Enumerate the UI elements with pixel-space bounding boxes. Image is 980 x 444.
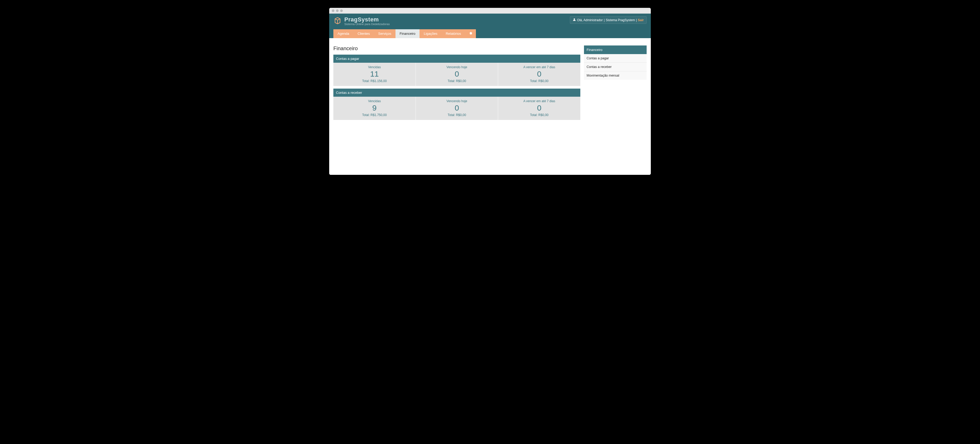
- stat-value: 0: [417, 70, 497, 78]
- sidebar: Financeiro Contas a pagar Contas a receb…: [584, 45, 647, 80]
- panel-header: Contas a pagar: [333, 54, 580, 63]
- stat-a-vencer-7-dias[interactable]: A vencer em até 7 dias 0 Total: R$0,00: [498, 63, 580, 86]
- stat-a-vencer-7-dias[interactable]: A vencer em até 7 dias 0 Total: R$0,00: [498, 97, 580, 120]
- stat-vencendo-hoje[interactable]: Vencendo hoje 0 Total: R$0,00: [416, 63, 498, 86]
- greeting-text: Olá, Administrador: [577, 18, 603, 22]
- window-dot: [336, 10, 339, 12]
- stat-total: Total: R$0,00: [499, 79, 579, 83]
- panel-contas-a-pagar: Contas a pagar Vencidas 11 Total: R$1.15…: [333, 54, 580, 86]
- brand-name: PragSystem: [344, 16, 390, 23]
- brand-tagline: Sistema Online para Dedetizadoras: [344, 22, 390, 26]
- stat-value: 9: [334, 104, 415, 112]
- stat-value: 11: [334, 70, 415, 78]
- stat-label: Vencendo hoje: [417, 99, 497, 103]
- logo-icon: [333, 17, 342, 25]
- browser-window: Olá, Administrador | Sistema PragSystem …: [329, 8, 651, 175]
- nav-settings[interactable]: [465, 29, 476, 38]
- stat-value: 0: [417, 104, 497, 112]
- nav-servicos[interactable]: Serviços: [374, 29, 396, 38]
- system-name: Sistema PragSystem: [606, 18, 635, 22]
- panel-header: Contas a receber: [333, 89, 580, 97]
- sidebar-item-contas-a-pagar[interactable]: Contas a pagar: [584, 54, 647, 63]
- panel-body: Vencidas 9 Total: R$1.750,00 Vencendo ho…: [333, 97, 580, 120]
- main-column: Financeiro Contas a pagar Vencidas 11 To…: [333, 45, 580, 123]
- stat-total: Total: R$1.156,00: [334, 79, 415, 83]
- nav-financeiro[interactable]: Financeiro: [396, 29, 420, 38]
- sidebar-item-contas-a-receber[interactable]: Contas a receber: [584, 63, 647, 71]
- gear-icon: [469, 32, 472, 36]
- nav-relatorios[interactable]: Relatórios: [441, 29, 465, 38]
- stat-total: Total: R$1.750,00: [334, 113, 415, 117]
- stat-value: 0: [499, 104, 579, 112]
- user-icon: [573, 18, 576, 22]
- stat-label: A vencer em até 7 dias: [499, 99, 579, 103]
- user-info-box: Olá, Administrador | Sistema PragSystem …: [570, 16, 647, 24]
- stat-label: Vencendo hoje: [417, 65, 497, 69]
- nav-clientes[interactable]: Clientes: [353, 29, 374, 38]
- panel-body: Vencidas 11 Total: R$1.156,00 Vencendo h…: [333, 63, 580, 86]
- stat-vencendo-hoje[interactable]: Vencendo hoje 0 Total: R$0,00: [416, 97, 498, 120]
- panel-contas-a-receber: Contas a receber Vencidas 9 Total: R$1.7…: [333, 89, 580, 120]
- window-dot: [332, 10, 334, 12]
- stat-vencidas[interactable]: Vencidas 9 Total: R$1.750,00: [333, 97, 416, 120]
- nav-agenda[interactable]: Agenda: [333, 29, 353, 38]
- stat-total: Total: R$0,00: [417, 79, 497, 83]
- stat-label: A vencer em até 7 dias: [499, 65, 579, 69]
- separator: |: [636, 18, 637, 22]
- logout-link[interactable]: Sair: [638, 18, 644, 22]
- page-content: Financeiro Contas a pagar Vencidas 11 To…: [329, 38, 651, 175]
- nav-ligacoes[interactable]: Ligações: [420, 29, 441, 38]
- page-title: Financeiro: [333, 45, 580, 51]
- logo-text-wrap: PragSystem Sistema Online para Dedetizad…: [344, 16, 390, 26]
- stat-total: Total: R$0,00: [499, 113, 579, 117]
- stat-vencidas[interactable]: Vencidas 11 Total: R$1.156,00: [333, 63, 416, 86]
- window-titlebar: [329, 8, 651, 14]
- sidebar-header: Financeiro: [584, 45, 647, 54]
- app-header: Olá, Administrador | Sistema PragSystem …: [329, 14, 651, 38]
- stat-total: Total: R$0,00: [417, 113, 497, 117]
- window-dot: [340, 10, 343, 12]
- stat-label: Vencidas: [334, 99, 415, 103]
- separator: |: [604, 18, 605, 22]
- main-nav: Agenda Clientes Serviços Financeiro Liga…: [333, 29, 647, 38]
- stat-label: Vencidas: [334, 65, 415, 69]
- sidebar-item-movimentacao-mensal[interactable]: Movimentação mensal: [584, 71, 647, 80]
- stat-value: 0: [499, 70, 579, 78]
- svg-point-0: [574, 19, 575, 20]
